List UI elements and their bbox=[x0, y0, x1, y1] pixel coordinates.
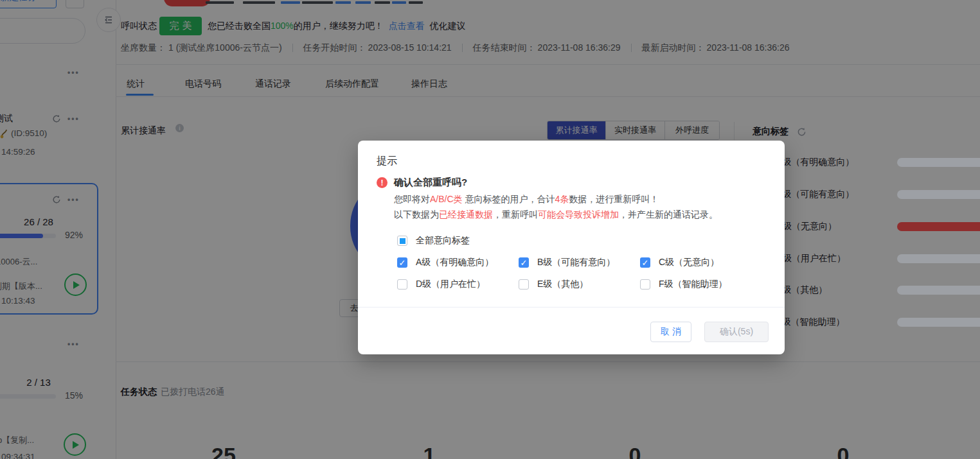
intent-bar bbox=[897, 286, 980, 295]
checkbox-checked[interactable] bbox=[397, 257, 407, 268]
checkbox-checked[interactable] bbox=[519, 257, 529, 268]
warning-icon: ! bbox=[377, 177, 388, 188]
dialog-text-line1: 您即将对A/B/C类 意向标签的用户，合计4条数据，进行重新呼叫！ bbox=[394, 194, 659, 205]
indeterminate-mark bbox=[400, 238, 405, 244]
checkbox-all-intent[interactable]: 全部意向标签 bbox=[397, 235, 470, 247]
intent-bar bbox=[897, 158, 980, 167]
confirm-button[interactable]: 确认(5s) bbox=[704, 322, 769, 342]
checkbox-label: C级（无意向） bbox=[659, 257, 719, 268]
text-segment-red: 可能会导致投诉增加 bbox=[538, 209, 619, 220]
confirm-label: 确认(5s) bbox=[720, 326, 753, 338]
intent-bar bbox=[897, 318, 980, 327]
intent-bar bbox=[897, 254, 980, 263]
text-segment: 意向标签的用户，合计 bbox=[463, 194, 555, 204]
text-segment-red: 4条 bbox=[555, 194, 569, 204]
text-segment: 您即将对 bbox=[394, 194, 430, 204]
checkbox-option-a[interactable]: A级（有明确意向） bbox=[397, 257, 494, 268]
checkbox-label: A级（有明确意向） bbox=[416, 257, 494, 268]
checkbox-label: 全部意向标签 bbox=[416, 235, 470, 247]
dialog-heading: 确认全部重呼吗? bbox=[394, 177, 467, 189]
checkbox-unchecked[interactable] bbox=[519, 279, 529, 290]
dialog-footer-divider bbox=[358, 307, 785, 307]
checkbox-indeterminate[interactable] bbox=[397, 236, 407, 246]
app-window: 新建任务 ••• 测试 ••• (ID:9510) 14:59:26 ••• 2… bbox=[0, 0, 980, 459]
redial-confirm-dialog: 提示 ! 确认全部重呼吗? 您即将对A/B/C类 意向标签的用户，合计4条数据，… bbox=[358, 141, 785, 354]
checkbox-option-d[interactable]: D级（用户在忙） bbox=[397, 279, 485, 290]
text-segment: 数据，进行重新呼叫！ bbox=[569, 194, 659, 204]
checkbox-option-c[interactable]: C级（无意向） bbox=[640, 257, 719, 268]
text-segment: 以下数据为 bbox=[394, 209, 439, 220]
dialog-text-line2: 以下数据为已经接通数据，重新呼叫可能会导致投诉增加，并产生新的通话记录。 bbox=[394, 209, 718, 221]
checkbox-unchecked[interactable] bbox=[640, 279, 650, 290]
text-segment: ，重新呼叫 bbox=[493, 209, 538, 220]
intent-bar-red bbox=[897, 222, 980, 231]
text-segment-red: 已经接通数据 bbox=[439, 209, 493, 220]
cancel-button[interactable]: 取 消 bbox=[650, 322, 691, 342]
checkbox-option-e[interactable]: E级（其他） bbox=[519, 279, 588, 290]
checkbox-option-b[interactable]: B级（可能有意向） bbox=[519, 257, 615, 268]
checkbox-label: E级（其他） bbox=[537, 279, 588, 290]
dialog-title: 提示 bbox=[377, 155, 397, 168]
checkbox-label: F级（智能助理） bbox=[659, 279, 727, 290]
checkbox-label: B级（可能有意向） bbox=[537, 257, 615, 268]
checkbox-checked[interactable] bbox=[640, 257, 650, 268]
checkbox-option-f[interactable]: F级（智能助理） bbox=[640, 279, 727, 290]
checkbox-label: D级（用户在忙） bbox=[416, 279, 485, 290]
text-segment: ，并产生新的通话记录。 bbox=[619, 209, 718, 220]
text-segment-red: A/B/C类 bbox=[430, 194, 463, 204]
cancel-label: 取 消 bbox=[661, 326, 681, 338]
checkbox-unchecked[interactable] bbox=[397, 279, 407, 290]
intent-bar bbox=[897, 190, 980, 199]
